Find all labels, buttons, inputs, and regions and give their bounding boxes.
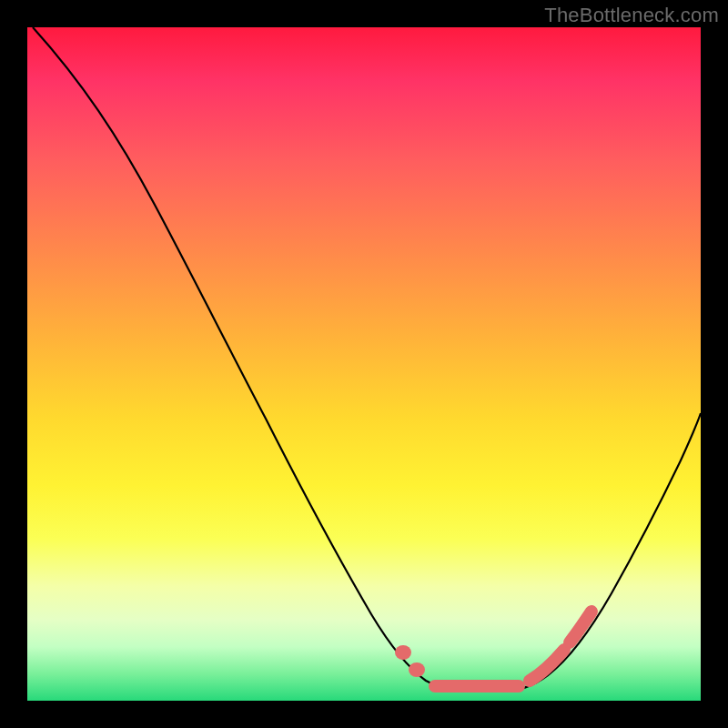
bottleneck-curve xyxy=(27,27,701,701)
watermark-text: TheBottleneck.com xyxy=(544,4,719,27)
highlight-rise xyxy=(570,612,592,642)
plot-area xyxy=(27,27,701,701)
highlight-dot xyxy=(395,645,411,660)
chart-frame: TheBottleneck.com xyxy=(0,0,728,728)
curve-path xyxy=(33,27,701,692)
highlight-dot xyxy=(409,662,425,677)
